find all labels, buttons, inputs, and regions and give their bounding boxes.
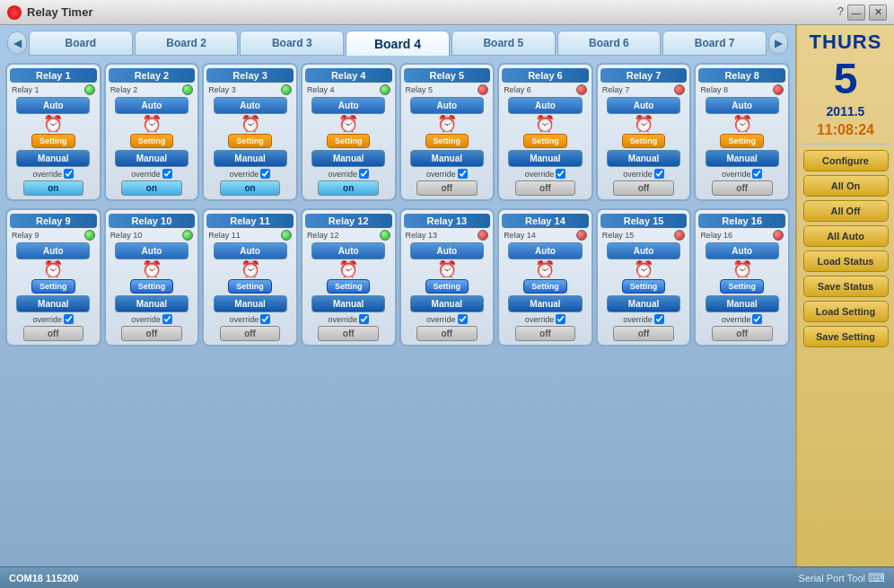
manual-button-10[interactable]: Manual [115,295,188,312]
state-button-14[interactable]: off [515,326,576,341]
auto-button-13[interactable]: Auto [410,242,484,259]
manual-button-13[interactable]: Manual [410,295,484,312]
setting-button-8[interactable]: Setting [720,134,764,148]
state-button-13[interactable]: off [416,326,478,341]
manual-button-9[interactable]: Manual [16,295,90,312]
close-button[interactable]: ✕ [869,4,887,21]
auto-button-14[interactable]: Auto [508,242,582,259]
all-auto-button[interactable]: All Auto [803,225,889,247]
configure-button[interactable]: Configure [803,150,889,171]
minimize-button[interactable]: — [847,4,865,21]
auto-button-6[interactable]: Auto [508,97,582,114]
manual-button-1[interactable]: Manual [16,150,90,167]
tab-board3[interactable]: Board 3 [240,31,344,56]
state-button-16[interactable]: off [712,326,773,341]
auto-button-1[interactable]: Auto [16,97,90,114]
setting-button-16[interactable]: Setting [720,279,764,294]
manual-button-14[interactable]: Manual [508,295,582,312]
state-button-15[interactable]: off [613,326,674,341]
auto-button-3[interactable]: Auto [214,97,287,114]
all-off-button[interactable]: All Off [803,200,889,222]
state-button-6[interactable]: off [515,180,576,196]
state-button-3[interactable]: on [220,180,281,196]
override-checkbox-5[interactable] [458,169,468,179]
auto-button-7[interactable]: Auto [607,97,680,114]
setting-button-13[interactable]: Setting [425,279,469,294]
state-button-4[interactable]: on [318,180,379,196]
auto-button-11[interactable]: Auto [214,242,287,259]
tab-board6[interactable]: Board 6 [557,31,662,56]
setting-button-10[interactable]: Setting [130,279,174,294]
setting-button-12[interactable]: Setting [327,279,371,294]
override-checkbox-6[interactable] [556,169,565,179]
auto-button-16[interactable]: Auto [706,242,779,259]
auto-button-15[interactable]: Auto [607,242,680,259]
override-checkbox-15[interactable] [654,314,664,324]
override-checkbox-10[interactable] [162,314,172,324]
manual-button-3[interactable]: Manual [214,150,287,167]
override-checkbox-14[interactable] [556,314,565,324]
setting-button-3[interactable]: Setting [228,134,272,148]
override-checkbox-1[interactable] [64,169,74,179]
load-status-button[interactable]: Load Status [803,250,889,272]
manual-button-15[interactable]: Manual [607,295,680,312]
auto-button-5[interactable]: Auto [410,97,484,114]
setting-button-15[interactable]: Setting [622,279,666,294]
tab-next-button[interactable]: ▶ [768,31,788,55]
manual-button-2[interactable]: Manual [115,150,188,167]
tab-board7[interactable]: Board 7 [662,31,767,56]
manual-button-7[interactable]: Manual [607,150,680,167]
setting-button-5[interactable]: Setting [425,134,469,148]
setting-button-7[interactable]: Setting [622,134,666,148]
manual-button-11[interactable]: Manual [214,295,287,312]
override-checkbox-9[interactable] [64,314,74,324]
manual-button-8[interactable]: Manual [706,150,779,167]
override-checkbox-13[interactable] [458,314,468,324]
state-button-7[interactable]: off [613,180,674,196]
save-setting-button[interactable]: Save Setting [803,326,889,347]
setting-button-11[interactable]: Setting [228,279,272,294]
override-checkbox-3[interactable] [260,169,270,179]
state-button-9[interactable]: off [23,326,84,341]
all-on-button[interactable]: All On [803,175,889,197]
save-status-button[interactable]: Save Status [803,276,889,297]
setting-button-2[interactable]: Setting [130,134,174,148]
auto-button-8[interactable]: Auto [706,97,779,114]
state-button-12[interactable]: off [318,326,379,341]
tab-board5[interactable]: Board 5 [451,31,556,56]
state-button-8[interactable]: off [712,180,773,196]
override-checkbox-7[interactable] [654,169,664,179]
help-button[interactable]: ? [837,4,844,21]
setting-button-1[interactable]: Setting [31,134,75,148]
override-checkbox-11[interactable] [260,314,270,324]
load-setting-button[interactable]: Load Setting [803,301,889,322]
auto-button-9[interactable]: Auto [16,242,90,259]
override-checkbox-12[interactable] [359,314,369,324]
override-checkbox-8[interactable] [752,169,762,179]
override-checkbox-16[interactable] [752,314,762,324]
override-checkbox-2[interactable] [162,169,172,179]
tab-board1[interactable]: Board [29,31,133,56]
manual-button-12[interactable]: Manual [311,295,385,312]
state-button-5[interactable]: off [416,180,478,196]
auto-button-2[interactable]: Auto [115,97,188,114]
override-checkbox-4[interactable] [359,169,369,179]
setting-button-14[interactable]: Setting [523,279,567,294]
manual-button-16[interactable]: Manual [706,295,779,312]
state-button-10[interactable]: off [121,326,182,341]
manual-button-5[interactable]: Manual [410,150,484,167]
manual-button-6[interactable]: Manual [508,150,582,167]
tab-prev-button[interactable]: ◀ [7,31,27,55]
setting-button-9[interactable]: Setting [31,279,75,294]
auto-button-10[interactable]: Auto [115,242,188,259]
manual-button-4[interactable]: Manual [311,150,385,167]
state-button-11[interactable]: off [220,326,281,341]
tab-board2[interactable]: Board 2 [135,31,239,56]
state-button-2[interactable]: on [121,180,182,196]
setting-button-4[interactable]: Setting [327,134,371,148]
tab-board4[interactable]: Board 4 [346,31,450,56]
setting-button-6[interactable]: Setting [523,134,567,148]
state-button-1[interactable]: on [23,180,84,196]
auto-button-4[interactable]: Auto [311,97,385,114]
auto-button-12[interactable]: Auto [311,242,385,259]
